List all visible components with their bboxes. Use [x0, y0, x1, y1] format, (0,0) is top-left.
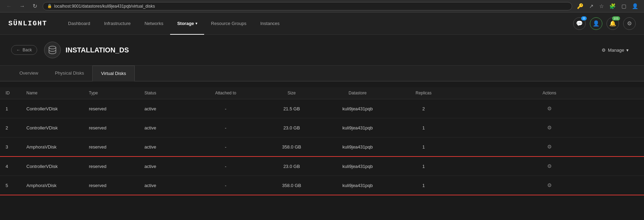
col-header-size: Size: [260, 87, 323, 99]
row-actions-gear-btn[interactable]: ⚙: [546, 123, 553, 132]
browser-share-btn[interactable]: ↗: [588, 2, 595, 10]
table-row: 3AmphoraVDiskreservedactive-358.0 GBkuli…: [0, 137, 644, 157]
table-row: 1ControllerVDiskreservedactive-21.5 GBku…: [0, 99, 644, 118]
nav-item-storage[interactable]: Storage ▾: [170, 12, 204, 35]
nav-item-storage-label: Storage: [177, 21, 194, 26]
url-text: localhost:9001/datastores/kuli9jea431pqb…: [54, 4, 155, 9]
col-header-status: Status: [139, 87, 191, 99]
back-label: Back: [23, 48, 32, 52]
manage-label: Manage: [608, 48, 624, 53]
nav-right: 💬 0 👤 🔔 101 ⚙: [573, 17, 636, 30]
table-row: 2ControllerVDiskreservedactive-23.0 GBku…: [0, 118, 644, 137]
gear-icon: ⚙: [627, 20, 632, 27]
cell-actions: ⚙: [455, 176, 644, 195]
cell-id: 2: [0, 118, 21, 137]
browser-window-btn[interactable]: ▢: [620, 2, 628, 10]
cell-size: 358.0 GB: [260, 176, 323, 195]
browser-puzzle-btn[interactable]: 🧩: [608, 2, 617, 10]
nav-item-resource-groups[interactable]: Resource Groups: [204, 12, 253, 35]
cell-actions: ⚙: [455, 137, 644, 157]
table-row: 5AmphoraVDiskreservedactive-358.0 GBkuli…: [0, 176, 644, 195]
tab-physical-disks[interactable]: Physical Disks: [47, 66, 92, 82]
browser-back-btn[interactable]: ←: [4, 2, 14, 10]
virtual-disks-table: ID Name Type Status Attached to Size Dat…: [0, 87, 644, 195]
col-header-replicas: Replicas: [392, 87, 455, 99]
cell-name: ControllerVDisk: [21, 99, 83, 118]
cell-type: reserved: [83, 118, 139, 137]
manage-dropdown-icon: ▾: [626, 48, 629, 53]
user-icon: 👤: [593, 20, 600, 27]
browser-action-group: 🔑 ↗ ☆ 🧩 ▢ 👤: [576, 2, 640, 10]
table-header-row: ID Name Type Status Attached to Size Dat…: [0, 87, 644, 99]
cell-size: 21.5 GB: [260, 99, 323, 118]
browser-ext-btn[interactable]: 🔑: [576, 2, 585, 10]
manage-gear-icon: ⚙: [602, 48, 606, 53]
cell-id: 4: [0, 156, 21, 176]
table-body: 1ControllerVDiskreservedactive-21.5 GBku…: [0, 99, 644, 195]
lock-icon: 🔒: [47, 4, 52, 8]
cell-status: active: [139, 99, 191, 118]
nav-item-dashboard[interactable]: Dashboard: [61, 12, 97, 35]
cell-datastore: kuli9jea431pqb: [323, 176, 392, 195]
nav-item-networks[interactable]: Networks: [137, 12, 170, 35]
row-actions-gear-btn[interactable]: ⚙: [546, 162, 553, 171]
datastore-title: INSTALLATION_DS: [66, 46, 597, 54]
svg-point-0: [49, 46, 56, 49]
cell-replicas: 1: [392, 137, 455, 157]
cell-size: 358.0 GB: [260, 137, 323, 157]
browser-forward-btn[interactable]: →: [17, 2, 27, 10]
cell-name: ControllerVDisk: [21, 156, 83, 176]
back-arrow-icon: ←: [16, 48, 20, 52]
datastore-icon: [44, 42, 61, 58]
row-actions-gear-btn[interactable]: ⚙: [546, 181, 553, 190]
cell-size: 23.0 GB: [260, 156, 323, 176]
browser-reload-btn[interactable]: ↻: [31, 2, 39, 10]
browser-bookmark-btn[interactable]: ☆: [598, 2, 605, 10]
col-header-type: Type: [83, 87, 139, 99]
cell-type: reserved: [83, 156, 139, 176]
table-row: 4ControllerVDiskreservedactive-23.0 GBku…: [0, 156, 644, 176]
tabs-bar: Overview Physical Disks Virtual Disks: [0, 66, 644, 82]
cell-datastore: kuli9jea431pqb: [323, 137, 392, 157]
cell-actions: ⚙: [455, 99, 644, 118]
cell-name: AmphoraVDisk: [21, 176, 83, 195]
settings-btn[interactable]: ⚙: [623, 17, 636, 30]
col-header-actions: Actions: [455, 87, 644, 99]
cell-replicas: 1: [392, 176, 455, 195]
nav-item-infrastructure[interactable]: Infrastructure: [97, 12, 138, 35]
tab-virtual-disks[interactable]: Virtual Disks: [92, 66, 135, 82]
cell-type: reserved: [83, 176, 139, 195]
cell-replicas: 1: [392, 156, 455, 176]
cell-datastore: kuli9jea431pqb: [323, 118, 392, 137]
nav-item-instances[interactable]: Instances: [253, 12, 287, 35]
tab-overview[interactable]: Overview: [11, 66, 47, 82]
cell-type: reserved: [83, 137, 139, 157]
col-header-datastore: Datastore: [323, 87, 392, 99]
back-button[interactable]: ← Back: [11, 45, 37, 55]
cell-id: 3: [0, 137, 21, 157]
cell-name: ControllerVDisk: [21, 118, 83, 137]
cell-attached: -: [191, 156, 260, 176]
browser-chrome: ← → ↻ 🔒 localhost:9001/datastores/kuli9j…: [0, 0, 644, 12]
notifications-btn[interactable]: 🔔 101: [607, 17, 619, 30]
row-actions-gear-btn[interactable]: ⚙: [546, 104, 553, 113]
cell-status: active: [139, 137, 191, 157]
messages-btn[interactable]: 💬 0: [573, 17, 586, 30]
row-actions-gear-btn[interactable]: ⚙: [546, 142, 553, 151]
storage-dropdown-icon: ▾: [195, 22, 197, 25]
manage-button[interactable]: ⚙ Manage ▾: [597, 45, 633, 55]
cell-attached: -: [191, 137, 260, 157]
browser-profile-btn[interactable]: 👤: [630, 2, 640, 10]
cell-attached: -: [191, 118, 260, 137]
url-bar: 🔒 localhost:9001/datastores/kuli9jea431p…: [43, 2, 572, 10]
bell-icon: 🔔: [609, 20, 616, 27]
cell-id: 5: [0, 176, 21, 195]
nav-items: Dashboard Infrastructure Networks Storag…: [61, 12, 573, 35]
cell-status: active: [139, 156, 191, 176]
user-profile-btn[interactable]: 👤: [590, 17, 602, 30]
col-header-id: ID: [0, 87, 21, 99]
cell-replicas: 2: [392, 99, 455, 118]
cell-attached: -: [191, 176, 260, 195]
cell-name: AmphoraVDisk: [21, 137, 83, 157]
cell-actions: ⚙: [455, 156, 644, 176]
